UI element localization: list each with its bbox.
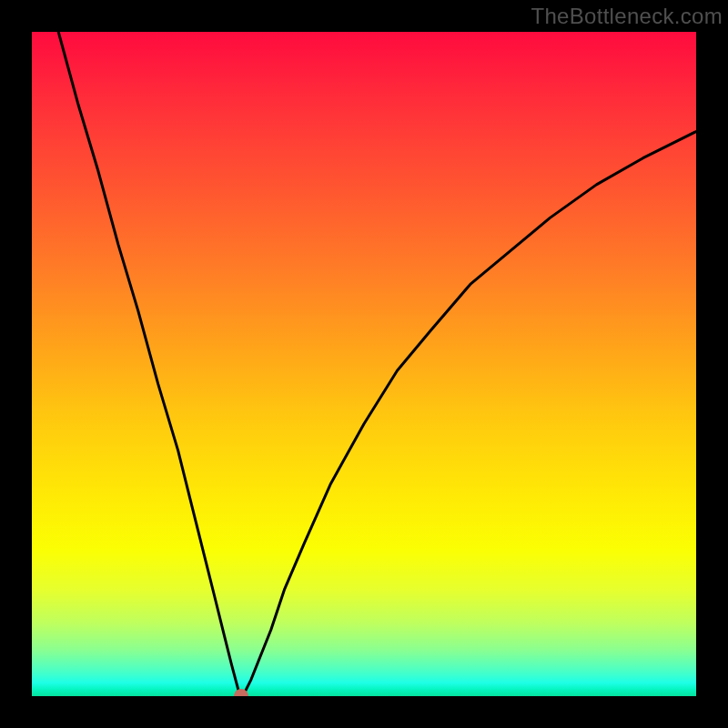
chart-frame: TheBottleneck.com: [0, 0, 728, 728]
watermark-text: TheBottleneck.com: [531, 4, 723, 29]
plot-area: [32, 32, 696, 696]
bottleneck-curve: [32, 32, 696, 696]
